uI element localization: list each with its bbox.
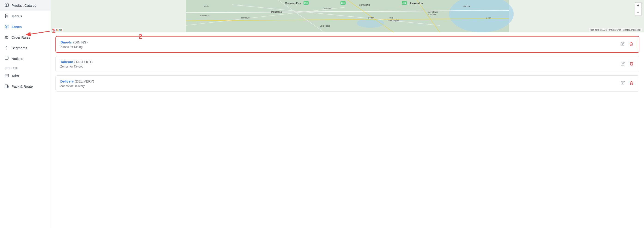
svg-text:Fort: Fort xyxy=(389,17,393,19)
delete-zone-button[interactable] xyxy=(628,61,634,68)
divide-icon xyxy=(4,46,9,50)
zone-card-actions xyxy=(620,41,634,48)
zone-card-content: Delivery (DELIVERY) Zones for Delivery xyxy=(60,79,616,88)
svg-text:Nokesville: Nokesville xyxy=(241,17,250,19)
sidebar-item-pack-route[interactable]: Pack & Route xyxy=(0,81,50,92)
svg-text:Warrenton: Warrenton xyxy=(200,14,209,17)
card-icon xyxy=(4,74,9,78)
svg-point-0 xyxy=(5,14,6,16)
zone-card-title: Delivery (DELIVERY) xyxy=(60,79,616,83)
sidebar-item-label: Order Rules xyxy=(12,35,30,39)
svg-point-14 xyxy=(5,87,6,88)
sidebar-item-label: Segments xyxy=(12,46,27,50)
scissors-icon xyxy=(4,14,9,18)
zone-card-dine-in: Dine-In (DINING) Zones for Dining xyxy=(56,36,640,53)
sidebar-item-label: Pack & Route xyxy=(12,84,33,88)
zone-card-content: Takeout (TAKEOUT) Zones for Takeout xyxy=(60,60,616,68)
svg-text:Deale: Deale xyxy=(486,17,492,19)
sidebar-item-label: Zones xyxy=(12,25,22,29)
sidebar-item-label: Menus xyxy=(12,14,22,18)
google-logo: Google xyxy=(53,28,63,32)
svg-rect-12 xyxy=(5,85,8,87)
svg-point-9 xyxy=(6,49,7,50)
map-area: Manassas Park Manassas Bristow Springfie… xyxy=(51,0,644,32)
sidebar-item-label: Product Catalog xyxy=(12,4,36,8)
svg-line-3 xyxy=(7,17,8,17)
delete-zone-button[interactable] xyxy=(628,41,634,48)
sidebar-item-zones[interactable]: Zones xyxy=(0,21,50,32)
zone-description: Zones for Delivery xyxy=(60,84,616,88)
zone-card-title: Takeout (TAKEOUT) xyxy=(60,60,616,64)
zone-description: Zones for Dining xyxy=(60,45,616,49)
svg-marker-5 xyxy=(5,25,8,27)
svg-point-15 xyxy=(8,87,8,88)
operate-section-label: OPERATE xyxy=(0,64,50,70)
sidebar-item-order-rules[interactable]: Order Rules xyxy=(0,32,50,43)
sidebar-item-notices[interactable]: Notices xyxy=(0,53,50,64)
sidebar-item-label: Tabs xyxy=(12,74,19,78)
delete-zone-button[interactable] xyxy=(628,80,634,87)
svg-text:Springfield: Springfield xyxy=(359,4,370,6)
zoom-in-button[interactable]: + xyxy=(635,3,642,9)
edit-zone-button[interactable] xyxy=(620,61,626,68)
svg-text:Andrews: Andrews xyxy=(428,14,436,16)
zone-list: Dine-In (DINING) Zones for Dining Takeou… xyxy=(51,32,644,228)
sidebar-item-product-catalog[interactable]: Product Catalog xyxy=(0,0,50,11)
svg-text:Marlboro: Marlboro xyxy=(463,5,471,8)
svg-text:658: 658 xyxy=(304,2,308,4)
svg-rect-10 xyxy=(5,74,9,77)
svg-text:Manassas Park: Manassas Park xyxy=(285,2,301,5)
svg-text:286: 286 xyxy=(341,2,345,4)
svg-text:Airlie: Airlie xyxy=(204,5,209,8)
zone-code: (TAKEOUT) xyxy=(74,60,93,64)
map-zoom-controls: + − xyxy=(635,2,642,16)
svg-text:Manassas: Manassas xyxy=(271,11,282,13)
edit-zone-button[interactable] xyxy=(620,80,626,87)
svg-text:Alexandria: Alexandria xyxy=(410,2,423,5)
sidebar-item-segments[interactable]: Segments xyxy=(0,43,50,53)
zone-card-takeout: Takeout (TAKEOUT) Zones for Takeout xyxy=(56,56,640,72)
sidebar-item-tabs[interactable]: Tabs xyxy=(0,70,50,81)
edit-zone-button[interactable] xyxy=(620,41,626,48)
sidebar-item-menus[interactable]: Menus xyxy=(0,11,50,21)
truck-icon xyxy=(4,84,9,88)
svg-text:Joint Base: Joint Base xyxy=(428,11,438,13)
zone-card-title: Dine-In (DINING) xyxy=(60,40,616,44)
svg-marker-13 xyxy=(8,86,8,87)
zone-card-delivery: Delivery (DELIVERY) Zones for Delivery xyxy=(56,75,640,92)
book-icon xyxy=(4,3,9,8)
zone-name[interactable]: Dine-In xyxy=(60,40,72,44)
zone-code: (DINING) xyxy=(73,40,88,44)
layers-icon xyxy=(4,25,9,29)
zone-card-actions xyxy=(620,61,634,68)
zone-name[interactable]: Delivery xyxy=(60,79,74,83)
svg-text:Lorton: Lorton xyxy=(368,17,374,19)
zone-description: Zones for Takeout xyxy=(60,65,616,68)
svg-text:495: 495 xyxy=(402,2,406,4)
scale-icon xyxy=(4,35,9,39)
map-svg: Manassas Park Manassas Bristow Springfie… xyxy=(51,0,644,32)
svg-text:Lake Ridge: Lake Ridge xyxy=(320,25,330,27)
chat-icon xyxy=(4,56,9,61)
zoom-out-button[interactable]: − xyxy=(635,9,642,16)
svg-point-1 xyxy=(5,17,6,18)
map-footer: Map data ©2021 Terms of Use Report a map… xyxy=(589,29,642,32)
zone-card-content: Dine-In (DINING) Zones for Dining xyxy=(60,40,616,49)
svg-text:Washington: Washington xyxy=(388,19,399,22)
zone-name[interactable]: Takeout xyxy=(60,60,73,64)
zone-code: (DELIVERY) xyxy=(75,79,94,83)
main-content: Manassas Park Manassas Bristow Springfie… xyxy=(51,0,644,228)
svg-point-7 xyxy=(6,47,7,47)
svg-text:Bristow: Bristow xyxy=(324,8,331,10)
sidebar-item-label: Notices xyxy=(12,57,23,61)
sidebar: Product CatalogMenusZonesOrder RulesSegm… xyxy=(0,0,51,228)
svg-line-4 xyxy=(6,15,7,16)
zone-card-actions xyxy=(620,80,634,87)
